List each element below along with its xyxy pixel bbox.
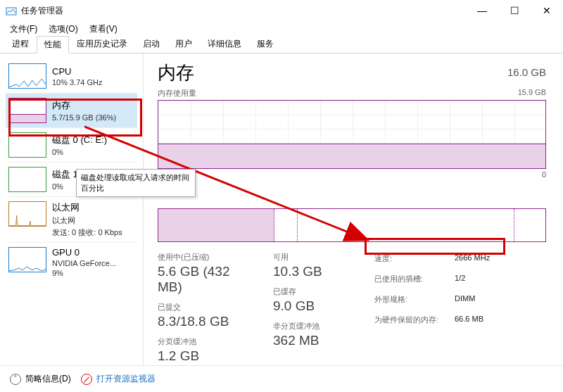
minimize-button[interactable]: — [466, 0, 498, 21]
disk-mini-graph [8, 132, 46, 158]
memory-composition-chart [158, 208, 546, 242]
sidebar-item-gpu0[interactable]: GPU 0 NVIDIA GeForce... 9% [6, 242, 137, 282]
page-title: 内存 [158, 61, 194, 85]
tab-users[interactable]: 用户 [167, 35, 200, 53]
composition-label: 内存组合 [158, 188, 546, 198]
tab-startup[interactable]: 启动 [135, 35, 167, 53]
sidebar-item-label: GPU 0 [52, 247, 116, 258]
sidebar-item-label: 磁盘 0 (C: E:) [52, 134, 107, 146]
sidebar-item-sub: 以太网 [52, 215, 122, 226]
cpu-mini-graph [8, 63, 46, 89]
brief-info-toggle[interactable]: ˄ 简略信息(D) [10, 373, 71, 385]
memory-stats: 使用中(已压缩) 5.6 GB (432 MB) 已提交 8.3/18.8 GB… [158, 252, 546, 364]
menu-options[interactable]: 选项(O) [44, 22, 82, 37]
spec-slots: 已使用的插槽: 1/2 [374, 272, 490, 286]
sidebar-item-sub: 0% [52, 148, 107, 156]
disk-mini-graph [8, 167, 46, 192]
sidebar-item-label: CPU [52, 66, 103, 77]
sidebar-item-memory[interactable]: 内存 5.7/15.9 GB (36%) [6, 93, 137, 127]
tab-app-history[interactable]: 应用历史记录 [69, 35, 135, 53]
app-icon [6, 5, 17, 16]
sidebar-item-disk0[interactable]: 磁盘 0 (C: E:) 0% [6, 127, 137, 162]
tab-performance[interactable]: 性能 [37, 36, 69, 53]
sidebar-item-sub2: 9% [52, 269, 116, 277]
memory-usage-chart [158, 100, 546, 169]
maximize-button[interactable]: ☐ [498, 0, 531, 21]
performance-sidebar: CPU 10% 3.74 GHz 内存 5.7/15.9 GB (36%) 磁盘… [0, 53, 144, 365]
stat-paged-pool: 分页缓冲池 1.2 GB [158, 336, 256, 364]
chart-max: 15.9 GB [518, 88, 546, 99]
chart-label: 内存使用量 [158, 88, 196, 99]
chart-x-right: 0 [542, 170, 546, 181]
sidebar-item-ethernet[interactable]: 以太网 以太网 发送: 0 接收: 0 Kbps [6, 196, 137, 242]
spec-hw-reserved: 为硬件保留的内存: 66.6 MB [374, 313, 490, 327]
open-resource-monitor[interactable]: 打开资源监视器 [81, 373, 156, 385]
resource-monitor-icon [81, 374, 92, 385]
tab-processes[interactable]: 进程 [4, 35, 37, 53]
memory-spec-list: 速度: 2666 MHz 已使用的插槽: 1/2 外形规格: DIMM 为硬件保… [374, 252, 490, 364]
memory-mini-graph [8, 98, 46, 123]
window-title: 任务管理器 [21, 5, 63, 17]
spec-speed: 速度: 2666 MHz [374, 252, 490, 265]
menu-bar: 文件(F) 选项(O) 查看(V) [0, 21, 563, 37]
tooltip: 磁盘处理读取或写入请求的时间百分比 [76, 169, 196, 197]
ethernet-mini-graph [8, 201, 46, 227]
window-controls: — ☐ ✕ [466, 0, 563, 21]
sidebar-item-label: 内存 [52, 99, 116, 112]
title-bar: 任务管理器 — ☐ ✕ [0, 0, 563, 21]
sidebar-item-cpu[interactable]: CPU 10% 3.74 GHz [6, 59, 137, 93]
memory-panel: 内存 16.0 GB 内存使用量 15.9 GB 60 秒 0 内存组合 使用中… [144, 53, 563, 365]
content-area: CPU 10% 3.74 GHz 内存 5.7/15.9 GB (36%) 磁盘… [0, 53, 563, 365]
spec-form-factor: 外形规格: DIMM [374, 293, 490, 306]
sidebar-item-sub: 0% [52, 182, 78, 191]
sidebar-item-label: 磁盘 1 [52, 168, 78, 181]
stat-nonpaged-pool: 非分页缓冲池 362 MB [273, 321, 358, 348]
menu-file[interactable]: 文件(F) [6, 22, 42, 37]
stat-committed: 已提交 8.3/18.8 GB [158, 302, 256, 329]
tab-details[interactable]: 详细信息 [200, 35, 249, 53]
stat-cached: 已缓存 9.0 GB [273, 286, 358, 314]
memory-total: 16.0 GB [507, 66, 546, 78]
gpu-mini-graph [8, 247, 46, 272]
close-button[interactable]: ✕ [531, 0, 563, 21]
stat-in-use: 使用中(已压缩) 5.6 GB (432 MB) [158, 252, 256, 295]
sidebar-item-sub: 10% 3.74 GHz [52, 78, 103, 87]
sidebar-item-sub: NVIDIA GeForce... [52, 259, 116, 267]
chevron-up-icon: ˄ [10, 374, 21, 385]
sidebar-item-sub2: 发送: 0 接收: 0 Kbps [52, 227, 122, 238]
tab-bar: 进程 性能 应用历史记录 启动 用户 详细信息 服务 [0, 37, 563, 53]
sidebar-item-label: 以太网 [52, 201, 122, 214]
sidebar-item-sub: 5.7/15.9 GB (36%) [52, 113, 116, 122]
status-bar: ˄ 简略信息(D) 打开资源监视器 [0, 365, 563, 392]
tab-services[interactable]: 服务 [249, 35, 282, 53]
stat-available: 可用 10.3 GB [273, 252, 358, 279]
menu-view[interactable]: 查看(V) [85, 22, 122, 37]
